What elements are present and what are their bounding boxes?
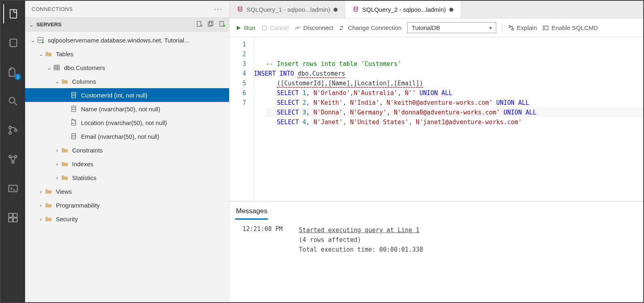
messages-tab[interactable]: Messages [235,206,268,220]
tab-sqlquery2[interactable]: SQLQuery_2 - sqlpoo...ladmin) [345,1,461,18]
activity-extensions-icon[interactable] [3,208,23,227]
svg-rect-36 [72,92,76,97]
tree-label: Location (nvarchar(50), not null) [81,119,167,126]
cancel-button[interactable]: Cancel [261,24,289,31]
code-comment: -- Insert rows into table 'Customers' [266,60,401,68]
svg-point-27 [223,25,225,27]
column-icon [70,91,78,99]
svg-rect-19 [9,218,13,222]
editor-tabs: SQLQuery_1 - sqlpoo...ladmin) SQLQuery_2… [230,1,643,19]
tree-tables-node[interactable]: ⌄ Tables [25,47,229,61]
run-label: Run [244,24,255,31]
tree-programmability-node[interactable]: › Programmability [25,198,229,212]
activity-source-control-icon[interactable] [3,121,23,140]
disconnect-label: Disconnect [303,24,333,31]
database-icon [237,6,243,13]
tree-column-location[interactable]: Location (nvarchar(50), not null) [25,116,229,129]
svg-point-10 [9,132,11,134]
tab-sqlquery1[interactable]: SQLQuery_1 - sqlpoo...ladmin) [230,1,345,18]
svg-rect-26 [220,21,223,26]
tree-column-name[interactable]: Name (nvarchar(50), not null) [25,102,229,116]
tree-label: Statistics [72,174,96,181]
tree-indexes-node[interactable]: › Indexes [25,157,229,171]
svg-rect-51 [262,26,266,30]
activity-connections-icon[interactable] [3,4,23,23]
change-connection-label: Change Connection [348,24,402,31]
tree-column-email[interactable]: Email (nvarchar(50), not null) [25,129,229,143]
tree-security-node[interactable]: › Security [25,212,229,226]
database-select[interactable]: TutorialDB ▾ [407,22,496,33]
tree-label: Views [56,188,72,195]
app-root: 2 CONNECTIONS ··· ⌄ SERVERS [0,0,644,303]
activity-explorer-icon[interactable]: 2 [3,62,23,82]
chevron-down-icon: ▾ [489,25,492,31]
new-group-icon[interactable] [207,20,215,29]
change-connection-icon [339,25,345,31]
explain-icon [508,25,514,31]
change-connection-button[interactable]: Change Connection [339,24,402,31]
tree-label: CustomerId (int, not null) [81,92,147,99]
tree-views-node[interactable]: › Views [25,184,229,198]
disconnect-button[interactable]: Disconnect [294,24,333,31]
tree-table-node[interactable]: ⌄ dbo.Customers [25,61,229,74]
explain-label: Explain [517,24,537,31]
message-line: (4 rows affected) [299,235,423,245]
messages-panel: Messages 12:21:08 PM Started executing q… [230,201,643,302]
chevron-right-icon: › [37,202,45,208]
server-icon [36,36,45,44]
activity-notebook-icon[interactable] [3,33,23,53]
tree-label: Programmability [56,202,100,209]
svg-point-12 [9,155,11,158]
code-line: SELECT 2, N'Keith', N'India', N'keith0@a… [266,98,643,108]
activity-search-icon[interactable] [3,91,23,111]
folder-icon [45,50,53,58]
chevron-right-icon: › [53,175,61,181]
svg-rect-28 [38,37,43,40]
new-connection-icon[interactable] [196,20,203,29]
chevron-down-icon: ⌄ [37,51,45,57]
code-area[interactable]: -- Insert rows into table 'Customers'INS… [254,37,643,201]
servers-label: SERVERS [35,21,196,28]
cancel-label: Cancel [270,24,289,31]
tree-server-node[interactable]: ⌄ sqlpoolservername.database.windows.net… [25,33,229,47]
svg-rect-17 [9,214,13,217]
activity-terminal-icon[interactable] [3,179,23,198]
activity-graph-icon[interactable] [3,150,23,169]
explorer-badge: 2 [15,74,21,80]
explain-button[interactable]: Explain [508,24,537,31]
svg-line-8 [15,103,17,106]
query-toolbar: Run Cancel Disconnect Change Connection … [230,19,643,37]
chevron-down-icon: ⌄ [28,21,35,28]
svg-rect-54 [543,26,548,30]
folder-icon [45,215,53,223]
code-line: SELECT 1, N'Orlando',N'Australia', N'' U… [266,88,643,98]
chevron-right-icon: › [37,189,45,195]
svg-point-11 [15,129,17,131]
sqlcmd-icon [542,25,549,31]
code-line: SELECT 3, N'Donna', N'Germany', N'donna0… [266,108,643,117]
svg-rect-20 [13,218,17,222]
run-button[interactable]: Run [235,24,255,31]
tree-column-customerid[interactable]: CustomerId (int, not null) [25,88,229,102]
chevron-down-icon: ⌄ [29,37,36,43]
disconnect-icon [294,25,301,31]
svg-marker-50 [237,25,240,30]
new-query-icon[interactable] [219,20,226,29]
chevron-right-icon: › [37,216,45,222]
messages-tabs: Messages [230,201,643,220]
sqlcmd-button[interactable]: Enable SQLCMD [542,24,598,31]
tree-label: Email (nvarchar(50), not null) [81,133,159,140]
panel-more-icon[interactable]: ··· [214,5,223,13]
tree-constraints-node[interactable]: › Constraints [25,143,229,157]
message-timestamp: 12:21:08 PM [242,225,283,254]
folder-icon [61,77,69,85]
servers-section-header[interactable]: ⌄ SERVERS [25,17,229,32]
folder-icon [45,187,53,195]
editor[interactable]: 1234567 -- Insert rows into table 'Custo… [230,37,643,201]
tree-statistics-node[interactable]: › Statistics [25,171,229,184]
tree-columns-node[interactable]: ⌄ Columns [25,74,229,88]
folder-icon [61,160,69,168]
panel-title: CONNECTIONS [32,6,214,12]
line-gutter: 1234567 [230,37,254,201]
tab-label: SQLQuery_2 - sqlpoo...ladmin) [362,6,446,13]
